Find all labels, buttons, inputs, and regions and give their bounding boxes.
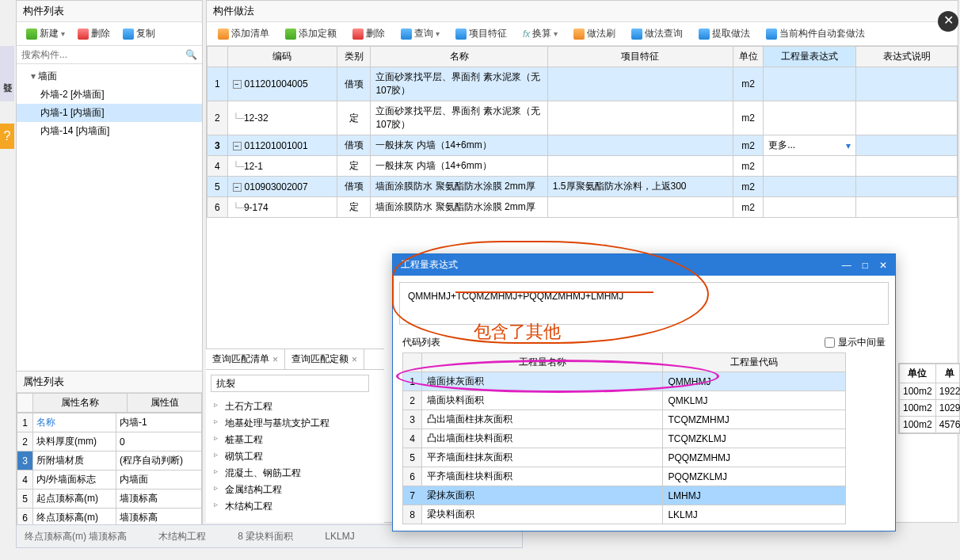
- tab-match-quota[interactable]: 查询匹配定额×: [285, 349, 364, 369]
- new-button[interactable]: 新建▾: [21, 25, 70, 42]
- code-row[interactable]: 3 凸出墙面柱抹灰面积 TCQMZMHMJ: [403, 410, 846, 429]
- chevron-down-icon[interactable]: ▾: [846, 140, 851, 151]
- cell-expression[interactable]: [764, 101, 856, 135]
- close-icon[interactable]: ×: [352, 354, 357, 365]
- help-icon[interactable]: ?: [0, 124, 14, 149]
- category-item[interactable]: 金属结构工程: [214, 482, 376, 498]
- expression-input[interactable]: QMMHMJ+TCQMZMHMJ+PQQMZMHMJ+LMHMJ: [399, 282, 889, 325]
- project-feature-button[interactable]: 项目特征: [451, 25, 512, 42]
- table-row[interactable]: 4 12-1 定 一般抹灰 内墙（14+6mm） m2: [208, 156, 958, 177]
- add-list-button[interactable]: 添加清单: [213, 25, 274, 42]
- prop-value[interactable]: 墙顶标高: [116, 490, 202, 509]
- row-number: 3: [403, 410, 422, 429]
- code-row[interactable]: 6 平齐墙面柱块料面积 PQQMZKLMJ: [403, 467, 846, 486]
- prop-name[interactable]: 内/外墙面标志: [33, 470, 116, 490]
- category-filter-input[interactable]: [211, 375, 369, 392]
- search-icon[interactable]: 🔍: [181, 46, 202, 63]
- cell-description: [856, 67, 958, 101]
- expand-icon[interactable]: −: [233, 80, 242, 89]
- cell-expression[interactable]: [764, 67, 856, 101]
- minimize-icon[interactable]: —: [842, 260, 851, 271]
- category-item[interactable]: 混凝土、钢筋工程: [214, 465, 376, 482]
- cell-expression[interactable]: 更多...▾: [764, 135, 856, 156]
- tree-parent-wall[interactable]: 墙面: [17, 67, 202, 86]
- category-item[interactable]: 桩基工程: [214, 432, 376, 448]
- table-row[interactable]: 2 12-32 定 立面砂浆找平层、界面剂 素水泥浆（无107胶） m2: [208, 101, 958, 135]
- show-middle-checkbox[interactable]: 显示中间量: [825, 336, 886, 349]
- cell-code[interactable]: −010903002007: [227, 177, 337, 197]
- delete-method-button[interactable]: 删除: [348, 25, 390, 42]
- code-row[interactable]: 8 梁块料面积 LKLMJ: [403, 505, 846, 524]
- cell-code[interactable]: −011201004005: [227, 67, 337, 101]
- prop-name[interactable]: 起点顶标高(m): [33, 490, 116, 509]
- extract-button[interactable]: 提取做法: [694, 25, 755, 42]
- cell-expression[interactable]: [764, 197, 856, 218]
- col-expression[interactable]: 工程量表达式: [764, 47, 856, 67]
- tree-item[interactable]: 内墙-14 [内墙面]: [17, 122, 202, 140]
- cell-feature: 1.5厚聚氨酯防水涂料，上返300: [547, 177, 733, 197]
- copy-button[interactable]: 复制: [118, 25, 160, 42]
- delete-button[interactable]: 删除: [73, 25, 115, 42]
- cell-unit: m2: [733, 197, 763, 218]
- prop-name[interactable]: 块料厚度(mm): [33, 432, 116, 451]
- prop-value[interactable]: 内墙-1: [116, 413, 202, 432]
- table-row[interactable]: 3 −011201001001 借项 一般抹灰 内墙（14+6mm） m2 更多…: [208, 135, 958, 156]
- cell-unit: m2: [733, 67, 763, 101]
- category-item[interactable]: 砌筑工程: [214, 448, 376, 465]
- peek-row: 100m21029: [900, 400, 961, 417]
- code-row[interactable]: 2 墙面块料面积 QMKLMJ: [403, 391, 846, 410]
- code-row[interactable]: 5 平齐墙面柱抹灰面积 PQQMZMHMJ: [403, 448, 846, 467]
- auto-apply-button[interactable]: 当前构件自动套做法: [761, 25, 870, 42]
- prop-value[interactable]: (程序自动判断): [116, 451, 202, 470]
- extract-icon: [699, 29, 710, 40]
- cell-code[interactable]: 12-32: [227, 101, 337, 135]
- table-row[interactable]: 1 −011201004005 借项 立面砂浆找平层、界面剂 素水泥浆（无107…: [208, 67, 958, 101]
- prop-value[interactable]: 0: [116, 432, 202, 451]
- category-item[interactable]: 地基处理与基坑支护工程: [214, 415, 376, 432]
- property-title: 属性列表: [17, 371, 202, 393]
- tab-match-list[interactable]: 查询匹配清单×: [206, 349, 285, 369]
- prop-name[interactable]: 名称: [33, 413, 116, 432]
- maximize-icon[interactable]: □: [863, 260, 868, 271]
- dialog-title: 工程量表达式: [401, 258, 458, 272]
- close-icon[interactable]: ×: [272, 354, 278, 365]
- code-row[interactable]: 1 墙面抹灰面积 QMMHMJ: [403, 372, 846, 391]
- category-item[interactable]: 土石方工程: [214, 398, 376, 415]
- row-number: 7: [403, 486, 422, 505]
- cell-name: 墙面涂膜防水 聚氨酯防水涂膜 2mm厚: [371, 197, 547, 218]
- cell-code[interactable]: 9-174: [227, 197, 337, 218]
- table-row[interactable]: 5 −010903002007 借项 墙面涂膜防水 聚氨酯防水涂膜 2mm厚 1…: [208, 177, 958, 197]
- row-number: 5: [403, 448, 422, 467]
- expand-icon[interactable]: −: [233, 183, 242, 192]
- cell-code[interactable]: 12-1: [227, 156, 337, 177]
- close-icon[interactable]: ✕: [879, 260, 887, 271]
- query-method-button[interactable]: 做法查询: [627, 25, 688, 42]
- tree-item[interactable]: 内墙-1 [内墙面]: [17, 104, 202, 122]
- convert-button[interactable]: fx换算▾: [518, 25, 562, 42]
- add-quota-button[interactable]: 添加定额: [280, 25, 341, 42]
- search-input[interactable]: [17, 46, 181, 63]
- prop-value[interactable]: 内墙面: [116, 470, 202, 490]
- cell-expression[interactable]: [764, 177, 856, 197]
- category-item[interactable]: 木结构工程: [214, 498, 376, 515]
- code-row[interactable]: 7 梁抹灰面积 LMHMJ: [403, 486, 846, 505]
- expand-icon[interactable]: −: [233, 142, 242, 150]
- query-button[interactable]: 查询▾: [396, 25, 444, 42]
- qty-code: PQQMZMHMJ: [663, 448, 846, 467]
- expression-dialog: 工程量表达式 — □ ✕ QMMHMJ+TCQMZMHMJ+PQQMZMHMJ+…: [392, 253, 896, 531]
- brush-button[interactable]: 做法刷: [569, 25, 620, 42]
- tree-item[interactable]: 外墙-2 [外墙面]: [17, 86, 202, 104]
- dialog-titlebar[interactable]: 工程量表达式 — □ ✕: [393, 254, 895, 276]
- table-row[interactable]: 6 9-174 定 墙面涂膜防水 聚氨酯防水涂膜 2mm厚 m2: [208, 197, 958, 218]
- fx-icon: fx: [523, 29, 530, 40]
- cell-expression[interactable]: [764, 156, 856, 177]
- cell-description: [856, 156, 958, 177]
- cell-feature: [547, 156, 733, 177]
- cell-name: 墙面涂膜防水 聚氨酯防水涂膜 2mm厚: [371, 177, 547, 197]
- code-row[interactable]: 4 凸出墙面柱块料面积 TCQMZKLMJ: [403, 429, 846, 448]
- cell-unit: m2: [733, 156, 763, 177]
- prop-name[interactable]: 所附墙材质: [33, 451, 116, 470]
- cell-code[interactable]: −011201001001: [227, 135, 337, 156]
- query-icon: [401, 29, 412, 40]
- close-icon[interactable]: ✕: [938, 11, 958, 32]
